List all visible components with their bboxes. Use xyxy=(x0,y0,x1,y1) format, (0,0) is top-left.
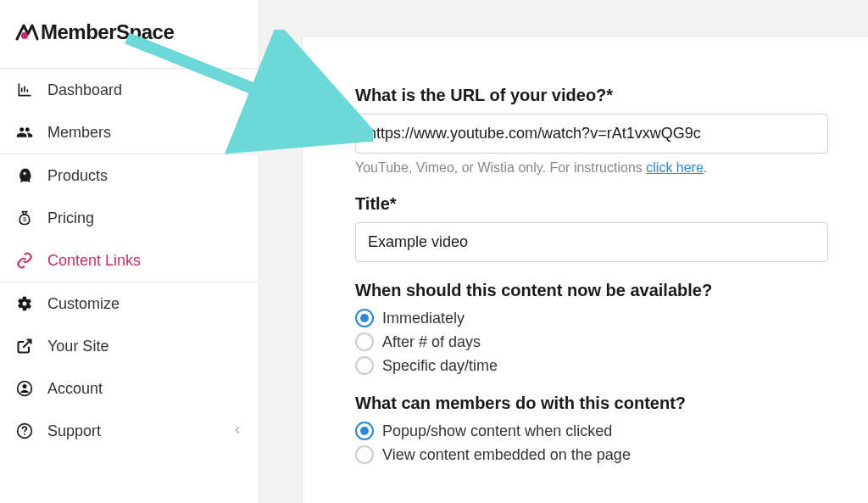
helper-post: . xyxy=(704,160,707,175)
sidebar-item-label: Dashboard xyxy=(47,81,122,99)
link-icon xyxy=(15,251,34,270)
sidebar-item-pricing[interactable]: $ Pricing xyxy=(0,197,259,239)
radio-specific-time[interactable]: Specific day/time xyxy=(355,356,868,375)
radio-label: Specific day/time xyxy=(382,357,498,375)
person-icon xyxy=(15,379,34,398)
sidebar-item-label: Your Site xyxy=(47,338,108,355)
chart-icon xyxy=(15,81,34,99)
sidebar-item-support[interactable]: Support xyxy=(0,410,259,452)
radio-immediately[interactable]: Immediately xyxy=(355,309,868,327)
sidebar-item-dashboard[interactable]: Dashboard xyxy=(0,69,259,111)
url-field-group: What is the URL of your video?* YouTube,… xyxy=(355,86,868,176)
helper-pre: YouTube, Vimeo, or Wistia only. For inst… xyxy=(355,160,646,175)
radio-label: View content embedded on the page xyxy=(382,446,631,464)
radio-after-days[interactable]: After # of days xyxy=(355,333,868,351)
availability-label: When should this content now be availabl… xyxy=(355,281,868,300)
nav-group-2: Products $ Pricing Content Links xyxy=(0,154,259,282)
access-radio-group: Popup/show content when clicked View con… xyxy=(355,422,868,464)
title-input[interactable] xyxy=(355,222,828,262)
title-field-label: Title* xyxy=(355,194,868,214)
users-icon xyxy=(15,123,34,142)
sidebar-item-content-links[interactable]: Content Links xyxy=(0,239,259,282)
svg-point-5 xyxy=(24,433,25,435)
access-group: What can members do with this content? P… xyxy=(355,394,868,464)
radio-label: Popup/show content when clicked xyxy=(382,422,612,440)
moneybag-icon: $ xyxy=(15,209,34,227)
radio-label: Immediately xyxy=(382,310,465,327)
svg-text:$: $ xyxy=(23,215,27,223)
sidebar-item-label: Pricing xyxy=(47,210,94,227)
radio-icon xyxy=(355,445,374,464)
radio-icon xyxy=(355,422,374,440)
rocket-icon xyxy=(15,166,34,185)
sidebar-item-label: Account xyxy=(47,380,103,398)
sidebar: MemberSpace Dashboard Members Products $ xyxy=(0,0,259,503)
external-icon xyxy=(15,337,34,355)
nav-group-3: Customize Your Site Account Support xyxy=(0,282,259,452)
form-panel: What is the URL of your video?* YouTube,… xyxy=(302,36,868,503)
sidebar-item-label: Content Links xyxy=(47,252,141,270)
logo-icon xyxy=(15,22,39,42)
radio-icon xyxy=(355,309,374,327)
title-field-group: Title* xyxy=(355,194,868,262)
url-input[interactable] xyxy=(355,114,828,154)
brand-logo: MemberSpace xyxy=(0,0,259,68)
sidebar-item-customize[interactable]: Customize xyxy=(0,282,259,325)
sidebar-item-products[interactable]: Products xyxy=(0,154,259,197)
availability-radio-group: Immediately After # of days Specific day… xyxy=(355,309,868,375)
sidebar-item-members[interactable]: Members xyxy=(0,111,259,154)
brand-name: MemberSpace xyxy=(41,20,174,44)
access-label: What can members do with this content? xyxy=(355,394,868,413)
sidebar-item-label: Customize xyxy=(47,295,120,313)
nav-group-1: Dashboard Members xyxy=(0,68,259,154)
availability-group: When should this content now be availabl… xyxy=(355,281,868,375)
chevron-left-icon xyxy=(231,424,243,439)
url-helper-text: YouTube, Vimeo, or Wistia only. For inst… xyxy=(355,160,868,176)
sidebar-item-label: Members xyxy=(47,124,111,142)
url-field-label: What is the URL of your video?* xyxy=(355,86,868,105)
svg-point-0 xyxy=(21,32,28,39)
sidebar-item-label: Support xyxy=(47,422,101,440)
sidebar-item-label: Products xyxy=(47,167,108,185)
gear-icon xyxy=(15,294,34,313)
instructions-link[interactable]: click here xyxy=(646,160,704,175)
sidebar-item-account[interactable]: Account xyxy=(0,367,259,410)
svg-point-3 xyxy=(23,384,27,388)
radio-embedded[interactable]: View content embedded on the page xyxy=(355,445,868,464)
radio-icon xyxy=(355,356,374,375)
radio-label: After # of days xyxy=(382,333,481,351)
radio-popup[interactable]: Popup/show content when clicked xyxy=(355,422,868,440)
sidebar-item-your-site[interactable]: Your Site xyxy=(0,325,259,367)
radio-icon xyxy=(355,333,374,351)
help-icon xyxy=(15,422,34,440)
main-content: What is the URL of your video?* YouTube,… xyxy=(259,0,868,503)
